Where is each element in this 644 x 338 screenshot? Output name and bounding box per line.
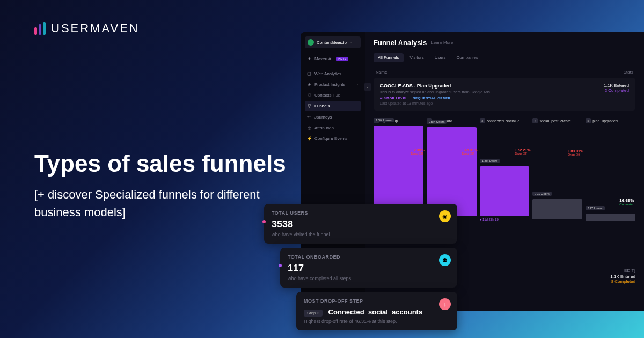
col-name: Name [376, 70, 387, 75]
beta-badge: BETA [336, 57, 348, 61]
marketing-headline: Types of sales funnels [+ discover Speci… [34, 150, 286, 221]
lightning-icon: ⚡ [307, 136, 311, 141]
workspace-switcher[interactable]: ContentIdeas.io ⌄ [305, 36, 361, 48]
tab-visitors[interactable]: Visitors [406, 53, 428, 62]
table-header: Name Stats [374, 70, 635, 78]
headline-title: Types of sales funnels [34, 150, 286, 177]
nav-funnels[interactable]: ▽Funnels [305, 101, 361, 111]
nav-attribution[interactable]: ◎Attribution [305, 123, 361, 133]
card-dropoff-step: ↓ MOST DROP-OFF STEP Step 3 Connected_so… [296, 292, 457, 330]
nav-product-insights[interactable]: ◈Product Insights› [305, 79, 361, 90]
step-chip: Step 3 [304, 310, 323, 317]
funnel-step: 4social_post_create... 701 Users ↓ 83.31… [532, 118, 582, 221]
funnel-icon: ▽ [307, 104, 311, 108]
users-icon: ⚇ [307, 93, 311, 98]
page-title: Funnel Analysis Learn More [374, 39, 635, 47]
funnel-tabs: All Funnels Visitors Users Companies [374, 53, 635, 62]
workspace-name: ContentIdeas.io [317, 40, 347, 45]
dropoff-step-name: Connected_social_accounts [328, 308, 423, 316]
convert-pct: 16.69% [619, 198, 634, 203]
learn-more-link[interactable]: Learn More [431, 40, 453, 45]
card-total-users: ◉ TOTAL USERS 3538 who have visited the … [264, 204, 457, 244]
sparkle-icon: ✦ [307, 56, 311, 61]
tag-sequential: SEQUENTIAL ORDER [413, 97, 450, 100]
nav-journeys[interactable]: ⟜Journeys [305, 112, 361, 122]
brand-name: USERMAVEN [51, 21, 140, 35]
drop-label: Drop Off [411, 152, 425, 155]
funnel-step: 5plan_upgraded 117 Users 16.69%Converted [586, 118, 635, 221]
arrow-down-icon: ↓ [439, 298, 451, 310]
tab-all-funnels[interactable]: All Funnels [374, 53, 404, 62]
accent-dot-icon [279, 264, 282, 267]
path-icon: ⟜ [307, 114, 311, 120]
headline-subtitle: [+ discover Specialized funnels for diff… [34, 186, 270, 221]
overlay-stat-cards: ◉ TOTAL USERS 3538 who have visited the … [264, 204, 457, 335]
users-count: 3.5K Users [374, 118, 394, 122]
workspace-avatar-icon [308, 39, 314, 46]
drop-pct: ↓ 2.35% [411, 148, 425, 152]
card-value: 3538 [272, 219, 450, 230]
coin-icon: ◉ [439, 210, 451, 222]
convert-label: Converted [619, 203, 634, 206]
cube-icon: ◈ [307, 82, 311, 87]
funnel-step: 3connected_social_a... 1.8K Users ↓ 62.2… [480, 118, 530, 221]
card-total-onboarded: ⚉ TOTAL ONBOARDED 117 who have completed… [280, 248, 457, 288]
funnel-desc: This is to analyze signed up and upgrade… [380, 90, 629, 94]
funnel-updated: Last updated at 13 minutes ago [380, 101, 629, 105]
target-icon: ◎ [307, 126, 311, 130]
chevron-down-icon: ⌄ [349, 40, 353, 45]
expand-toggle[interactable]: ⌄ [364, 83, 371, 91]
tab-users[interactable]: Users [430, 53, 450, 62]
stat-entered: 1.1K Entered [604, 83, 629, 88]
main-content: Funnel Analysis Learn More All Funnels V… [365, 32, 644, 230]
chevron-right-icon: › [357, 82, 358, 87]
nav-maven-ai[interactable]: ✦Maven AIBETA [305, 54, 361, 64]
nav-contacts-hub[interactable]: ⚇Contacts Hub [305, 90, 361, 100]
second-funnel-stats: EDIT) 1.1K Entered 8 Completed [610, 268, 635, 284]
browser-icon: ▢ [307, 71, 311, 76]
users-group-icon: ⚉ [439, 254, 451, 266]
stat-completed: 2 Completed [604, 88, 629, 93]
col-stats: Stats [624, 70, 633, 75]
tab-companies[interactable]: Companies [452, 53, 482, 62]
logo-mark-icon [34, 22, 46, 35]
nav-configure-events[interactable]: ⚡Configure Events [305, 134, 361, 144]
card-desc: who have visited the funnel. [272, 232, 450, 237]
brand-logo: USERMAVEN [34, 21, 140, 35]
card-label: TOTAL USERS [272, 210, 450, 216]
tag-visitor-level: VISITOR LEVEL [380, 97, 407, 100]
nav-web-analytics[interactable]: ▢Web Analytics [305, 69, 361, 79]
accent-dot-icon [262, 220, 266, 223]
funnel-row[interactable]: ⌄ GOOGLE ADS - Plan Upgraded This is to … [374, 78, 635, 111]
funnel-title: GOOGLE ADS - Plan Upgraded [380, 83, 629, 89]
